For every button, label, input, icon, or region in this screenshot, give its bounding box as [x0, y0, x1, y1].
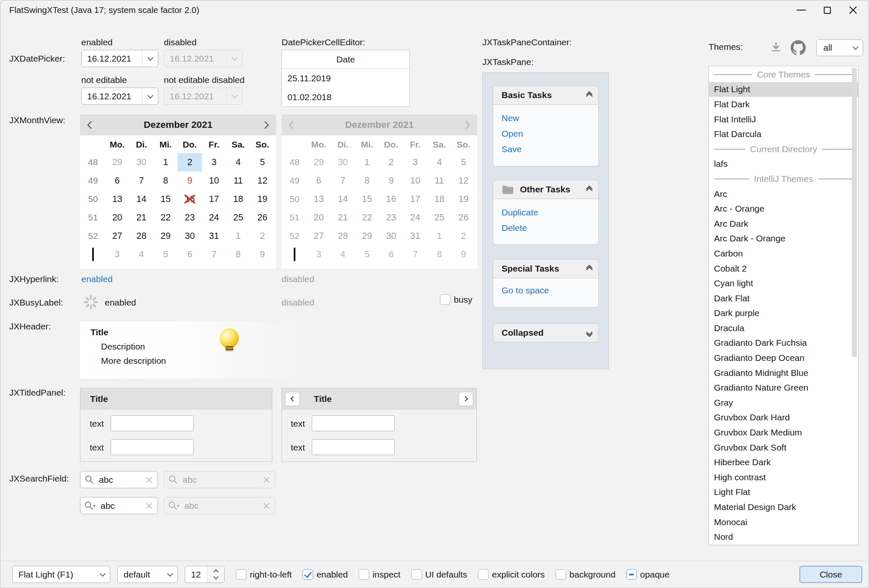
themes-filter-combo[interactable]: all	[816, 39, 863, 56]
theme-list-item[interactable]: Light Flat	[709, 485, 858, 500]
day-cell[interactable]: 8	[226, 245, 251, 264]
day-cell[interactable]: 29	[153, 227, 178, 245]
day-cell[interactable]: 25	[226, 208, 251, 227]
theme-list-item[interactable]: lafs	[709, 157, 858, 172]
task-link[interactable]: New	[493, 110, 598, 126]
theme-list-item[interactable]: Dark Flat	[709, 291, 858, 306]
ui-defaults-checkbox[interactable]: UI defaults	[411, 569, 467, 580]
day-cell[interactable]: 27	[105, 227, 129, 245]
task-link[interactable]: Open	[493, 126, 598, 141]
theme-list-item[interactable]: Cyan light	[709, 276, 858, 291]
datepicker-dropdown-button[interactable]	[142, 50, 158, 67]
day-cell[interactable]: 13	[105, 190, 129, 208]
theme-list-item[interactable]: Gruvbox Dark Soft	[709, 440, 858, 455]
hyperlink-enabled[interactable]: enabled	[81, 274, 113, 284]
day-cell[interactable]: 3	[105, 245, 129, 264]
clear-icon[interactable]	[145, 476, 153, 484]
github-icon[interactable]	[791, 40, 806, 55]
day-cell[interactable]: 16	[178, 190, 202, 208]
theme-list-item[interactable]: Dark purple	[709, 306, 858, 321]
day-cell[interactable]: 14	[129, 190, 154, 208]
day-cell[interactable]: 4	[129, 245, 154, 264]
scrollbar[interactable]	[851, 67, 857, 544]
day-cell[interactable]: 1	[153, 153, 178, 171]
theme-list-item[interactable]: Cobalt 2	[709, 261, 858, 276]
laf-combo[interactable]: Flat Light (F1)	[12, 566, 110, 583]
panel-forward-button[interactable]	[459, 392, 473, 406]
theme-list-item[interactable]: Hiberbee Dark	[709, 455, 858, 470]
scrollbar-thumb[interactable]	[852, 68, 857, 357]
day-cell[interactable]: 1	[226, 227, 251, 245]
day-cell[interactable]: 28	[129, 227, 154, 245]
inspect-checkbox[interactable]: inspect	[359, 569, 401, 580]
day-cell[interactable]: 30	[129, 153, 154, 171]
day-cell[interactable]: 10	[202, 171, 226, 190]
task-link[interactable]: Delete	[493, 220, 598, 236]
theme-list-item[interactable]: Arc	[709, 187, 858, 202]
theme-list-item[interactable]: Gradianto Midnight Blue	[709, 365, 858, 381]
text-input[interactable]	[312, 415, 395, 431]
theme-list-item[interactable]: Gradianto Deep Ocean	[709, 350, 858, 365]
theme-list-item[interactable]: Core Themes	[709, 67, 858, 82]
maximize-button[interactable]	[814, 0, 840, 20]
date-column-header[interactable]: Date	[282, 50, 409, 69]
task-link[interactable]: Save	[493, 141, 598, 157]
theme-list-item[interactable]: Nord	[709, 529, 858, 544]
day-cell[interactable]: 9	[178, 171, 202, 190]
theme-list-item[interactable]: Material Design Dark	[709, 500, 858, 515]
day-cell[interactable]: 18	[226, 190, 251, 208]
panel-back-button[interactable]	[285, 392, 300, 406]
theme-list-item[interactable]: Arc Dark	[709, 216, 858, 231]
search-field-enabled[interactable]	[80, 471, 158, 488]
taskpane-basic-tasks-header[interactable]: Basic Tasks	[493, 85, 599, 105]
taskpane-special-tasks-header[interactable]: Special Tasks	[493, 259, 599, 278]
theme-list-item[interactable]: Dracula	[709, 321, 858, 336]
day-cell[interactable]: 17	[202, 190, 226, 208]
day-cell[interactable]: 11	[226, 171, 251, 190]
day-cell[interactable]: 22	[153, 208, 178, 227]
table-row[interactable]: 25.11.2019	[282, 69, 409, 88]
theme-list-item[interactable]: Arc - Orange	[709, 201, 858, 216]
datepicker-enabled[interactable]: 16.12.2021	[81, 50, 158, 67]
theme-list-item[interactable]: High contrast	[709, 470, 858, 485]
theme-list-item[interactable]: Gradianto Dark Fuchsia	[709, 336, 858, 351]
search-field-menu-enabled[interactable]	[80, 497, 158, 514]
day-cell[interactable]: 5	[250, 153, 274, 171]
explicit-colors-checkbox[interactable]: explicit colors	[478, 569, 545, 580]
day-cell[interactable]: 4	[226, 153, 251, 171]
close-window-button[interactable]	[840, 0, 866, 20]
text-input[interactable]	[111, 439, 194, 455]
enabled-checkbox[interactable]: enabled	[303, 569, 348, 580]
taskpane-other-tasks-header[interactable]: Other Tasks	[493, 180, 599, 199]
day-cell[interactable]: 3	[202, 153, 226, 171]
taskpane-collapsed-header[interactable]: Collapsed	[493, 323, 599, 342]
font-size-spinner[interactable]: 12	[185, 566, 225, 583]
next-month-icon[interactable]	[261, 121, 269, 129]
theme-list-item[interactable]: Carbon	[709, 246, 858, 261]
table-row[interactable]: 01.02.2018	[282, 88, 409, 106]
datepicker-value[interactable]: 16.12.2021	[82, 54, 142, 64]
theme-list-item[interactable]: Gray	[709, 395, 858, 410]
day-cell[interactable]: 6	[178, 245, 202, 264]
font-combo[interactable]: default	[117, 566, 178, 583]
theme-list-item[interactable]: Flat Darcula	[709, 127, 858, 142]
theme-list-item[interactable]: Current Directory	[709, 142, 858, 157]
datepicker-not-editable[interactable]: 16.12.2021	[81, 88, 158, 105]
day-cell[interactable]: 19	[250, 190, 274, 208]
text-input[interactable]	[111, 415, 194, 431]
search-input[interactable]	[98, 474, 142, 485]
day-cell[interactable]: 20	[105, 208, 129, 227]
theme-list-item[interactable]: IntelliJ Themes	[709, 171, 858, 187]
clear-icon[interactable]	[145, 502, 153, 510]
day-cell[interactable]: 8	[153, 171, 178, 190]
theme-list-item[interactable]: Flat Dark	[709, 97, 858, 112]
minimize-button[interactable]	[788, 0, 814, 20]
day-cell[interactable]: 2	[250, 227, 274, 245]
task-link[interactable]: Go to space	[493, 282, 598, 298]
day-cell[interactable]: 7	[202, 245, 226, 264]
right-to-left-checkbox[interactable]: right-to-left	[236, 569, 292, 580]
background-checkbox[interactable]: background	[556, 569, 616, 580]
day-cell[interactable]: 6	[105, 171, 129, 190]
day-cell[interactable]: 29	[105, 153, 129, 171]
datepicker-dropdown-button[interactable]	[142, 88, 158, 104]
